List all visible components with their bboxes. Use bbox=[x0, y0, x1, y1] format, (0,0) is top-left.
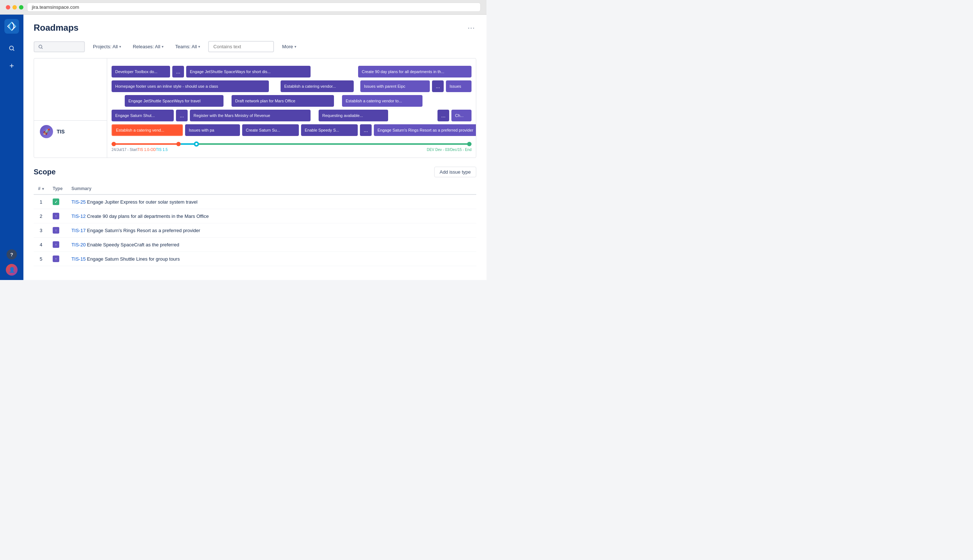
svg-line-5 bbox=[42, 48, 43, 48]
table-row[interactable]: 3 ↑ TIS-17 Engage Saturn's Rings Resort … bbox=[33, 223, 476, 238]
bar-requesting-available[interactable]: Requesting avaliable... bbox=[319, 110, 388, 122]
table-header-row: # ▾ Type Summary bbox=[33, 183, 476, 195]
search-icon bbox=[38, 44, 43, 49]
bar-issues-parent-eipc[interactable]: Issues with parent Eipc bbox=[360, 80, 430, 92]
bar-engage-jetshuttle-short[interactable]: Engage JetShuttle SpaceWays for short di… bbox=[186, 66, 311, 77]
svg-point-0 bbox=[10, 46, 13, 50]
roadmap-inner: 🚀 TIS Developer Toolbox do... ... Engage… bbox=[34, 58, 476, 158]
th-summary: Summary bbox=[67, 183, 476, 195]
issue-key-link[interactable]: TIS-12 bbox=[71, 213, 85, 219]
start-label: 24/Jul/17 - Start bbox=[112, 148, 137, 152]
bar-create-90day[interactable]: Create 90 day plans for all departments … bbox=[358, 66, 471, 77]
user-avatar[interactable]: 👤 bbox=[6, 264, 18, 276]
traffic-lights bbox=[6, 5, 23, 10]
bar-dots-5[interactable]: ... bbox=[360, 124, 372, 136]
sidebar-search-icon[interactable] bbox=[6, 42, 18, 54]
releases-filter-button[interactable]: Releases: All ▾ bbox=[129, 42, 167, 52]
add-issue-type-button[interactable]: Add issue type bbox=[434, 167, 476, 177]
minimize-button[interactable] bbox=[12, 5, 17, 10]
issue-summary: Enable Speedy SpaceCraft as the preferre… bbox=[87, 242, 179, 247]
bar-engage-jetshuttle-travel[interactable]: Engage JetShuttle SpaceWays for travel bbox=[125, 95, 224, 107]
bar-issues-with-pa[interactable]: Issues with pa bbox=[185, 124, 240, 136]
table-row[interactable]: 5 ↑ TIS-15 Engage Saturn Shuttle Lines f… bbox=[33, 252, 476, 266]
row-type: ↑ bbox=[48, 209, 67, 223]
bar-issues[interactable]: Issues bbox=[446, 80, 471, 92]
more-chevron-icon: ▾ bbox=[294, 45, 296, 48]
scope-header: Scope Add issue type bbox=[33, 167, 476, 177]
mid-label: TIS 1.5 bbox=[156, 148, 167, 152]
svg-point-4 bbox=[39, 45, 42, 48]
bar-create-saturn-su[interactable]: Create Saturn Su... bbox=[242, 124, 299, 136]
teams-chevron-icon: ▾ bbox=[198, 45, 200, 48]
maximize-button[interactable] bbox=[19, 5, 23, 10]
bar-register-mars-ministry[interactable]: Register with the Mars Ministry of Reven… bbox=[190, 110, 311, 122]
issue-key-link[interactable]: TIS-17 bbox=[71, 228, 85, 233]
row-summary[interactable]: TIS-25 Engage Jupiter Express for outer … bbox=[67, 195, 476, 209]
sidebar-create-icon[interactable] bbox=[6, 60, 18, 72]
contains-text-input[interactable] bbox=[208, 41, 274, 52]
row-num: 1 bbox=[33, 195, 48, 209]
row-num: 4 bbox=[33, 238, 48, 252]
more-filter-button[interactable]: More ▾ bbox=[278, 42, 300, 52]
table-row[interactable]: 4 ↑ TIS-20 Enable Speedy SpaceCraft as t… bbox=[33, 238, 476, 252]
close-button[interactable] bbox=[6, 5, 10, 10]
roadmap-area: 🚀 TIS Developer Toolbox do... ... Engage… bbox=[33, 58, 476, 158]
app-container: ? 👤 Roadmaps ⋯ Projects: All ▾ Rele bbox=[0, 15, 486, 280]
projects-label: Projects: All bbox=[93, 44, 118, 49]
table-row[interactable]: 1 ✓ TIS-25 Engage Jupiter Express for ou… bbox=[33, 195, 476, 209]
bar-dots-3[interactable]: ... bbox=[176, 110, 188, 122]
bar-engage-saturn-shut[interactable]: Engage Saturn Shut... bbox=[112, 110, 174, 122]
projects-chevron-icon: ▾ bbox=[119, 45, 121, 48]
end-label: DEV Dev - 03/Dec/15 - End bbox=[427, 148, 471, 152]
bar-establish-catering-vend[interactable]: Establish a catering vend... bbox=[112, 124, 183, 136]
timeline-od-dot bbox=[176, 142, 181, 146]
project-avatar: 🚀 bbox=[40, 125, 53, 138]
issue-key-link[interactable]: TIS-20 bbox=[71, 242, 85, 247]
timeline-progress-bar bbox=[112, 143, 471, 145]
bar-dots-2[interactable]: ... bbox=[432, 80, 444, 92]
project-name: TIS bbox=[57, 129, 65, 135]
projects-filter-button[interactable]: Projects: All ▾ bbox=[89, 42, 125, 52]
row-num: 3 bbox=[33, 223, 48, 238]
bar-dots-1[interactable]: ... bbox=[172, 66, 184, 77]
bar-enable-speedy-s[interactable]: Enable Speedy S... bbox=[301, 124, 358, 136]
bar-row-5: Establish a catering vend... Issues with… bbox=[112, 124, 471, 136]
page-title: Roadmaps bbox=[33, 23, 79, 33]
help-button[interactable]: ? bbox=[7, 249, 17, 260]
bar-ch[interactable]: Ch... bbox=[451, 110, 471, 122]
bar-developer-toolbox[interactable]: Developer Toolbox do... bbox=[112, 66, 170, 77]
project-row[interactable]: 🚀 TIS bbox=[34, 121, 107, 143]
row-num: 5 bbox=[33, 252, 48, 266]
bar-row-1: Developer Toolbox do... ... Engage JetSh… bbox=[112, 66, 471, 77]
bar-dots-4[interactable]: ... bbox=[438, 110, 449, 122]
row-summary[interactable]: TIS-15 Engage Saturn Shuttle Lines for g… bbox=[67, 252, 476, 266]
bar-establish-catering-to[interactable]: Establish a catering vendor to... bbox=[342, 95, 423, 107]
timeline-start-dot bbox=[112, 142, 116, 146]
bar-establish-catering[interactable]: Establish a catering vendor... bbox=[281, 80, 354, 92]
row-summary[interactable]: TIS-12 Create 90 day plans for all depar… bbox=[67, 209, 476, 223]
num-sort[interactable]: # ▾ bbox=[38, 186, 44, 191]
th-type: Type bbox=[48, 183, 67, 195]
timeline-track bbox=[107, 139, 476, 146]
teams-filter-button[interactable]: Teams: All ▾ bbox=[172, 42, 204, 52]
row-num: 2 bbox=[33, 209, 48, 223]
app-logo[interactable] bbox=[4, 19, 19, 33]
bar-engage-saturns-rings[interactable]: Engage Saturn's Rings Resort as a prefer… bbox=[374, 124, 476, 136]
bar-row-2: Homepage footer uses an inline style - s… bbox=[112, 80, 471, 92]
issue-key-link[interactable]: TIS-15 bbox=[71, 256, 85, 262]
issue-type-icon: ↑ bbox=[53, 255, 59, 262]
jira-logo-icon bbox=[7, 21, 17, 32]
bar-draft-network-plan[interactable]: Draft network plan for Mars Office bbox=[232, 95, 334, 107]
url-bar[interactable]: jira.teamsinspace.com bbox=[27, 3, 481, 12]
bar-homepage-footer[interactable]: Homepage footer uses an inline style - s… bbox=[112, 80, 269, 92]
toolbar: Projects: All ▾ Releases: All ▾ Teams: A… bbox=[23, 38, 486, 58]
th-num[interactable]: # ▾ bbox=[33, 183, 48, 195]
issue-key-link[interactable]: TIS-25 bbox=[71, 199, 85, 205]
row-summary[interactable]: TIS-20 Enable Speedy SpaceCraft as the p… bbox=[67, 238, 476, 252]
issue-type-icon: ↑ bbox=[53, 227, 59, 233]
sort-arrow-icon: ▾ bbox=[42, 187, 44, 191]
more-options-button[interactable]: ⋯ bbox=[466, 22, 476, 33]
row-summary[interactable]: TIS-17 Engage Saturn's Rings Resort as a… bbox=[67, 223, 476, 238]
search-box[interactable] bbox=[33, 41, 85, 52]
table-row[interactable]: 2 ↑ TIS-12 Create 90 day plans for all d… bbox=[33, 209, 476, 223]
